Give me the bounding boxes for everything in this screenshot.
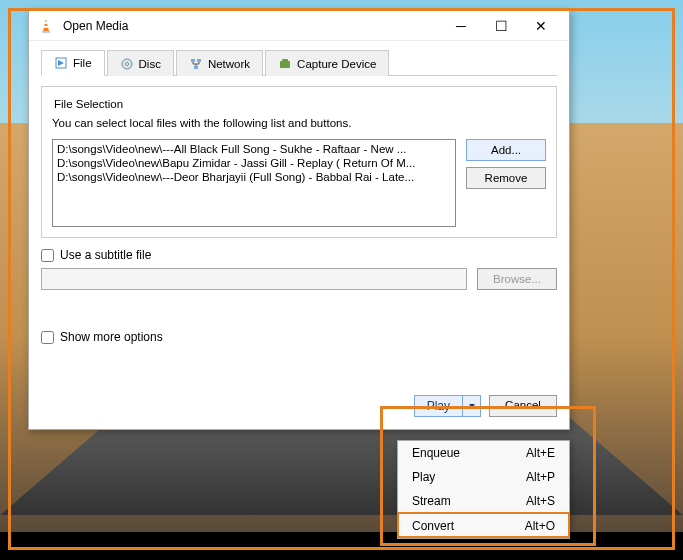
- titlebar: Open Media ─ ☐ ✕: [29, 11, 569, 41]
- subtitle-browse-button: Browse...: [477, 268, 557, 290]
- minimize-button[interactable]: ─: [441, 12, 481, 40]
- tab-file-label: File: [73, 57, 92, 69]
- maximize-button[interactable]: ☐: [481, 12, 521, 40]
- network-icon: [189, 57, 203, 71]
- tab-capture-label: Capture Device: [297, 58, 376, 70]
- window-controls: ─ ☐ ✕: [441, 12, 561, 40]
- show-more-row: Show more options: [41, 330, 557, 344]
- svg-rect-11: [280, 61, 290, 68]
- svg-rect-3: [43, 26, 48, 28]
- file-list-item[interactable]: D:\songs\Video\new\Bapu Zimidar - Jassi …: [55, 156, 453, 170]
- play-dropdown-menu: Enqueue Alt+E Play Alt+P Stream Alt+S Co…: [397, 440, 570, 539]
- menu-label: Convert: [412, 519, 454, 533]
- file-selection-fieldset: File Selection You can select local file…: [41, 86, 557, 238]
- capture-icon: [278, 57, 292, 71]
- add-button[interactable]: Add...: [466, 139, 546, 161]
- window-title: Open Media: [63, 19, 441, 33]
- menu-label: Stream: [412, 494, 451, 508]
- menu-shortcut: Alt+E: [526, 446, 555, 460]
- file-selection-hint: You can select local files with the foll…: [52, 117, 546, 129]
- subtitle-checkbox-row: Use a subtitle file: [41, 248, 557, 262]
- menu-item-play[interactable]: Play Alt+P: [398, 465, 569, 489]
- subtitle-checkbox[interactable]: [41, 249, 54, 262]
- close-button[interactable]: ✕: [521, 12, 561, 40]
- tab-file[interactable]: File: [41, 50, 105, 76]
- file-list[interactable]: D:\songs\Video\new\---All Black Full Son…: [52, 139, 456, 227]
- svg-rect-2: [44, 22, 48, 24]
- file-selection-legend: File Selection: [50, 98, 127, 110]
- subtitle-label: Use a subtitle file: [60, 248, 151, 262]
- menu-shortcut: Alt+P: [526, 470, 555, 484]
- disc-icon: [120, 57, 134, 71]
- source-tabs: File Disc Network Capture Device: [41, 49, 557, 76]
- file-list-item[interactable]: D:\songs\Video\new\---All Black Full Son…: [55, 142, 453, 156]
- dialog-content: File Disc Network Capture Device File Se…: [29, 41, 569, 352]
- svg-point-7: [125, 62, 128, 65]
- tab-network[interactable]: Network: [176, 50, 263, 76]
- svg-rect-9: [197, 59, 201, 62]
- tab-capture[interactable]: Capture Device: [265, 50, 389, 76]
- svg-rect-1: [42, 31, 50, 33]
- menu-shortcut: Alt+S: [526, 494, 555, 508]
- svg-marker-13: [469, 404, 475, 408]
- footer-buttons: Play Cancel: [414, 395, 557, 417]
- remove-button[interactable]: Remove: [466, 167, 546, 189]
- file-icon: [54, 56, 68, 70]
- menu-item-convert[interactable]: Convert Alt+O: [398, 514, 569, 538]
- vlc-icon: [37, 17, 55, 35]
- menu-shortcut: Alt+O: [525, 519, 555, 533]
- subtitle-path-input: [41, 268, 467, 290]
- play-button[interactable]: Play: [414, 395, 463, 417]
- open-media-dialog: Open Media ─ ☐ ✕ File Disc Network Captu…: [28, 10, 570, 430]
- play-dropdown-toggle[interactable]: [463, 395, 481, 417]
- file-list-item[interactable]: D:\songs\Video\new\---Deor Bharjayii (Fu…: [55, 170, 453, 184]
- play-split-button: Play: [414, 395, 481, 417]
- svg-marker-0: [43, 19, 49, 31]
- menu-item-stream[interactable]: Stream Alt+S: [398, 489, 569, 513]
- show-more-checkbox[interactable]: [41, 331, 54, 344]
- menu-label: Enqueue: [412, 446, 460, 460]
- svg-rect-8: [191, 59, 195, 62]
- cancel-button[interactable]: Cancel: [489, 395, 557, 417]
- svg-rect-10: [194, 66, 198, 69]
- svg-rect-12: [282, 59, 288, 62]
- tab-network-label: Network: [208, 58, 250, 70]
- show-more-label: Show more options: [60, 330, 163, 344]
- menu-label: Play: [412, 470, 435, 484]
- menu-item-enqueue[interactable]: Enqueue Alt+E: [398, 441, 569, 465]
- tab-disc[interactable]: Disc: [107, 50, 174, 76]
- tab-disc-label: Disc: [139, 58, 161, 70]
